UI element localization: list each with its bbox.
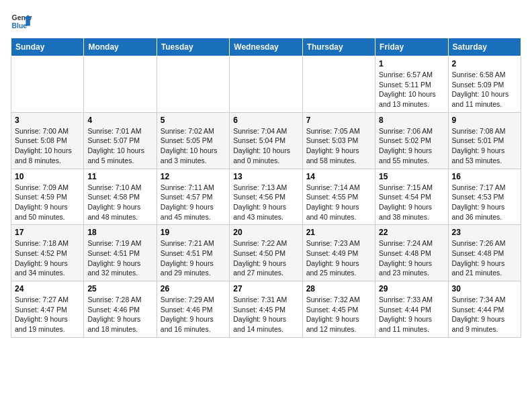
day-number: 13: [233, 172, 298, 181]
day-number: 24: [15, 284, 80, 293]
day-number: 5: [161, 116, 226, 125]
calendar-cell: 30Sunrise: 7:34 AM Sunset: 4:44 PM Dayli…: [448, 281, 521, 338]
day-number: 27: [233, 284, 298, 293]
calendar-cell: 23Sunrise: 7:26 AM Sunset: 4:48 PM Dayli…: [448, 225, 521, 281]
calendar-cell: 2Sunrise: 6:58 AM Sunset: 5:09 PM Daylig…: [448, 56, 521, 113]
day-info: Sunrise: 7:09 AM Sunset: 4:59 PM Dayligh…: [15, 183, 80, 222]
header: General Blue: [11, 11, 521, 32]
day-number: 22: [379, 228, 444, 237]
day-info: Sunrise: 7:22 AM Sunset: 4:50 PM Dayligh…: [233, 238, 298, 278]
day-info: Sunrise: 7:33 AM Sunset: 4:44 PM Dayligh…: [379, 295, 444, 334]
calendar-cell: 6Sunrise: 7:04 AM Sunset: 5:04 PM Daylig…: [230, 112, 302, 169]
calendar-cell: [84, 56, 157, 113]
calendar-cell: 16Sunrise: 7:17 AM Sunset: 4:53 PM Dayli…: [448, 169, 521, 225]
calendar-cell: 12Sunrise: 7:11 AM Sunset: 4:57 PM Dayli…: [157, 169, 229, 225]
day-info: Sunrise: 7:27 AM Sunset: 4:47 PM Dayligh…: [15, 295, 80, 334]
day-number: 17: [15, 228, 80, 237]
calendar-cell: 5Sunrise: 7:02 AM Sunset: 5:05 PM Daylig…: [157, 112, 229, 169]
day-info: Sunrise: 7:19 AM Sunset: 4:51 PM Dayligh…: [87, 238, 152, 278]
calendar-cell: 13Sunrise: 7:13 AM Sunset: 4:56 PM Dayli…: [230, 169, 302, 225]
calendar-cell: 7Sunrise: 7:05 AM Sunset: 5:03 PM Daylig…: [302, 112, 375, 169]
day-number: 29: [379, 284, 444, 293]
svg-text:Blue: Blue: [12, 22, 28, 30]
day-number: 11: [87, 172, 152, 181]
calendar-cell: 17Sunrise: 7:18 AM Sunset: 4:52 PM Dayli…: [11, 225, 84, 281]
day-number: 9: [452, 116, 517, 125]
week-row-1: 1Sunrise: 6:57 AM Sunset: 5:11 PM Daylig…: [11, 56, 521, 113]
weekday-header-wednesday: Wednesday: [230, 38, 302, 56]
day-number: 4: [87, 116, 152, 125]
calendar-cell: 27Sunrise: 7:31 AM Sunset: 4:45 PM Dayli…: [230, 281, 302, 338]
day-number: 3: [15, 116, 80, 125]
calendar-cell: 4Sunrise: 7:01 AM Sunset: 5:07 PM Daylig…: [84, 112, 157, 169]
day-info: Sunrise: 7:14 AM Sunset: 4:55 PM Dayligh…: [306, 183, 371, 222]
day-info: Sunrise: 7:01 AM Sunset: 5:07 PM Dayligh…: [87, 126, 152, 166]
day-info: Sunrise: 7:23 AM Sunset: 4:49 PM Dayligh…: [306, 238, 371, 278]
calendar-cell: 9Sunrise: 7:08 AM Sunset: 5:01 PM Daylig…: [448, 112, 521, 169]
day-number: 1: [379, 59, 444, 68]
day-number: 6: [233, 116, 298, 125]
weekday-header-friday: Friday: [375, 38, 448, 56]
day-info: Sunrise: 7:18 AM Sunset: 4:52 PM Dayligh…: [15, 238, 80, 278]
day-number: 21: [306, 228, 371, 237]
calendar-cell: 28Sunrise: 7:32 AM Sunset: 4:45 PM Dayli…: [302, 281, 375, 338]
calendar-cell: 25Sunrise: 7:28 AM Sunset: 4:46 PM Dayli…: [84, 281, 157, 338]
calendar-cell: [230, 56, 302, 113]
day-number: 18: [87, 228, 152, 237]
day-info: Sunrise: 7:08 AM Sunset: 5:01 PM Dayligh…: [452, 126, 517, 166]
day-info: Sunrise: 7:06 AM Sunset: 5:02 PM Dayligh…: [379, 126, 444, 166]
calendar: SundayMondayTuesdayWednesdayThursdayFrid…: [11, 38, 521, 338]
day-number: 15: [379, 172, 444, 181]
calendar-cell: 22Sunrise: 7:24 AM Sunset: 4:48 PM Dayli…: [375, 225, 448, 281]
calendar-cell: 15Sunrise: 7:15 AM Sunset: 4:54 PM Dayli…: [375, 169, 448, 225]
day-number: 2: [452, 59, 517, 68]
day-number: 7: [306, 116, 371, 125]
day-info: Sunrise: 7:11 AM Sunset: 4:57 PM Dayligh…: [161, 183, 226, 222]
day-info: Sunrise: 7:13 AM Sunset: 4:56 PM Dayligh…: [233, 183, 298, 222]
calendar-cell: 21Sunrise: 7:23 AM Sunset: 4:49 PM Dayli…: [302, 225, 375, 281]
weekday-header-monday: Monday: [84, 38, 157, 56]
calendar-cell: [302, 56, 375, 113]
day-info: Sunrise: 7:04 AM Sunset: 5:04 PM Dayligh…: [233, 126, 298, 166]
calendar-cell: 19Sunrise: 7:21 AM Sunset: 4:51 PM Dayli…: [157, 225, 229, 281]
day-info: Sunrise: 7:05 AM Sunset: 5:03 PM Dayligh…: [306, 126, 371, 166]
day-info: Sunrise: 7:31 AM Sunset: 4:45 PM Dayligh…: [233, 295, 298, 334]
day-info: Sunrise: 7:21 AM Sunset: 4:51 PM Dayligh…: [161, 238, 226, 278]
logo: General Blue: [11, 11, 32, 32]
day-info: Sunrise: 7:10 AM Sunset: 4:58 PM Dayligh…: [87, 183, 152, 222]
day-info: Sunrise: 6:57 AM Sunset: 5:11 PM Dayligh…: [379, 70, 444, 109]
day-number: 30: [452, 284, 517, 293]
day-info: Sunrise: 7:32 AM Sunset: 4:45 PM Dayligh…: [306, 295, 371, 334]
calendar-cell: 10Sunrise: 7:09 AM Sunset: 4:59 PM Dayli…: [11, 169, 84, 225]
day-number: 16: [452, 172, 517, 181]
day-number: 12: [161, 172, 226, 181]
day-number: 19: [161, 228, 226, 237]
day-number: 20: [233, 228, 298, 237]
day-info: Sunrise: 7:28 AM Sunset: 4:46 PM Dayligh…: [87, 295, 152, 334]
day-info: Sunrise: 7:29 AM Sunset: 4:46 PM Dayligh…: [161, 295, 226, 334]
logo-icon: General Blue: [11, 11, 32, 32]
week-row-2: 3Sunrise: 7:00 AM Sunset: 5:08 PM Daylig…: [11, 112, 521, 169]
weekday-header-row: SundayMondayTuesdayWednesdayThursdayFrid…: [11, 38, 521, 56]
calendar-cell: 3Sunrise: 7:00 AM Sunset: 5:08 PM Daylig…: [11, 112, 84, 169]
day-info: Sunrise: 7:15 AM Sunset: 4:54 PM Dayligh…: [379, 183, 444, 222]
weekday-header-tuesday: Tuesday: [157, 38, 229, 56]
calendar-cell: 1Sunrise: 6:57 AM Sunset: 5:11 PM Daylig…: [375, 56, 448, 113]
day-number: 25: [87, 284, 152, 293]
week-row-5: 24Sunrise: 7:27 AM Sunset: 4:47 PM Dayli…: [11, 281, 521, 338]
calendar-cell: 18Sunrise: 7:19 AM Sunset: 4:51 PM Dayli…: [84, 225, 157, 281]
day-info: Sunrise: 7:02 AM Sunset: 5:05 PM Dayligh…: [161, 126, 226, 166]
calendar-cell: 8Sunrise: 7:06 AM Sunset: 5:02 PM Daylig…: [375, 112, 448, 169]
day-info: Sunrise: 7:24 AM Sunset: 4:48 PM Dayligh…: [379, 238, 444, 278]
day-number: 28: [306, 284, 371, 293]
day-number: 10: [15, 172, 80, 181]
calendar-cell: [11, 56, 84, 113]
calendar-cell: 20Sunrise: 7:22 AM Sunset: 4:50 PM Dayli…: [230, 225, 302, 281]
weekday-header-thursday: Thursday: [302, 38, 375, 56]
calendar-cell: 24Sunrise: 7:27 AM Sunset: 4:47 PM Dayli…: [11, 281, 84, 338]
calendar-cell: 26Sunrise: 7:29 AM Sunset: 4:46 PM Dayli…: [157, 281, 229, 338]
day-info: Sunrise: 7:26 AM Sunset: 4:48 PM Dayligh…: [452, 238, 517, 278]
day-number: 23: [452, 228, 517, 237]
calendar-cell: [157, 56, 229, 113]
weekday-header-saturday: Saturday: [448, 38, 521, 56]
